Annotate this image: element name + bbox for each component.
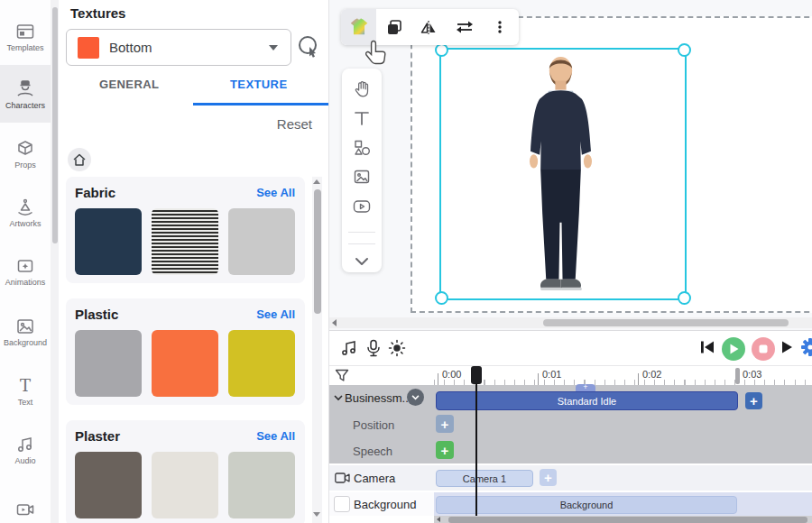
scroll-down-icon[interactable] [313, 512, 320, 517]
add-animation-button[interactable]: + [745, 392, 762, 409]
tools-collapse-button[interactable] [342, 250, 382, 272]
selection-handle-bl[interactable] [435, 291, 448, 305]
sidebar-item-label: Background [4, 339, 47, 347]
mic-icon [364, 338, 383, 358]
texture-swatch-fabric-gray[interactable] [228, 208, 295, 275]
panel-scrollbar-thumb[interactable] [314, 189, 321, 314]
background-color-swatch[interactable] [334, 496, 350, 512]
music-button[interactable] [338, 337, 360, 359]
play-button[interactable] [722, 337, 745, 361]
image-tool-button[interactable] [342, 162, 382, 192]
image-icon [353, 168, 371, 186]
target-pick-icon[interactable] [295, 33, 322, 64]
play-icon [729, 344, 739, 354]
sidebar-item-video[interactable] [0, 482, 51, 523]
reset-button[interactable]: Reset [277, 116, 312, 132]
selection-box[interactable] [439, 48, 687, 300]
track-label-speech[interactable]: Speech [353, 445, 392, 458]
texture-swatch-plaster-dark[interactable] [75, 452, 142, 518]
sidebar-item-audio[interactable]: Audio [0, 422, 51, 478]
stop-button[interactable] [752, 337, 775, 361]
selection-handle-br[interactable] [678, 291, 691, 305]
add-camera-button[interactable]: + [540, 469, 557, 486]
settings-gear-icon [800, 337, 812, 357]
tab-general[interactable]: GENERAL [99, 78, 159, 91]
character-badge[interactable] [407, 389, 424, 406]
chevron-down-icon[interactable] [334, 395, 343, 401]
flip-button[interactable] [411, 9, 447, 45]
sidebar-item-characters[interactable]: Characters [0, 65, 51, 123]
sidebar-item-props[interactable]: Props [0, 126, 51, 182]
shapes-tool-button[interactable] [342, 133, 382, 162]
texture-swatch-fabric-navy[interactable] [75, 208, 142, 275]
project-end-marker[interactable] [735, 368, 740, 384]
sidebar-item-animations[interactable]: Animations [0, 243, 51, 299]
video-tool-icon [352, 197, 372, 216]
section-plaster: Plaster See All [66, 420, 305, 523]
characters-icon [14, 78, 36, 99]
texture-tshirt-icon [347, 15, 371, 39]
skip-start-button[interactable] [699, 340, 715, 358]
sidebar-rail: Templates Characters Props Artworks Anim… [0, 0, 51, 523]
timeline-hscrollbar-thumb[interactable] [448, 517, 807, 523]
home-button[interactable] [68, 148, 91, 171]
text-tool-button[interactable] [342, 104, 382, 133]
animation-editor-app: Templates Characters Props Artworks Anim… [0, 0, 812, 523]
see-all-link[interactable]: See All [256, 307, 295, 321]
sidebar-item-label: Text [18, 399, 33, 407]
scroll-left-icon[interactable] [332, 319, 337, 326]
track-label-background[interactable]: Background [354, 498, 416, 511]
texture-swatch-plastic-orange[interactable] [152, 330, 218, 397]
sidebar-item-background[interactable]: Background [0, 304, 51, 360]
playhead-handle[interactable] [471, 366, 482, 384]
scroll-up-icon[interactable] [313, 179, 320, 184]
pan-tool-button[interactable] [342, 74, 382, 104]
ruler-second-tick [438, 373, 438, 385]
layers-icon [384, 17, 404, 37]
video-icon [15, 500, 35, 519]
timeline-ruler[interactable]: 0:00 0:01 0:02 0:03 [329, 365, 812, 387]
playhead-line[interactable] [475, 383, 477, 516]
tools-divider [348, 232, 375, 233]
sidebar-scrollbar-thumb[interactable] [52, 7, 58, 243]
scroll-left-icon[interactable] [437, 517, 440, 522]
add-segment-tab[interactable]: + [576, 384, 595, 391]
texture-swatch-plastic-yellow[interactable] [228, 330, 295, 397]
background-bar[interactable]: Background [436, 496, 737, 514]
texture-swatch-fabric-stripe[interactable] [152, 208, 218, 275]
selection-handle-tr[interactable] [678, 43, 691, 57]
selection-handle-tl[interactable] [435, 43, 448, 57]
tab-texture[interactable]: TEXTURE [230, 78, 287, 91]
swap-button[interactable] [447, 9, 482, 45]
add-position-button[interactable]: + [436, 415, 454, 433]
record-voice-button[interactable] [363, 337, 384, 359]
sidebar-item-text[interactable]: T Text [0, 363, 51, 419]
panel-title: Textures [70, 5, 125, 21]
texture-swatch-plaster-sage[interactable] [228, 452, 295, 518]
brightness-button[interactable] [386, 337, 408, 359]
track-label-camera[interactable]: Camera [354, 472, 395, 485]
sidebar-item-artworks[interactable]: Artworks [0, 185, 51, 241]
more-options-button[interactable] [482, 9, 517, 45]
tools-divider [348, 243, 375, 244]
swap-icon [454, 16, 475, 38]
track-label-position[interactable]: Position [353, 418, 394, 432]
sidebar-item-templates[interactable]: Templates [0, 9, 51, 65]
texture-swatch-plaster-white[interactable] [152, 452, 218, 518]
track-label-businessman[interactable]: Businessm... [345, 391, 411, 405]
filter-funnel-icon[interactable] [335, 369, 349, 386]
video-tool-button[interactable] [342, 192, 382, 222]
camera-bar[interactable]: Camera 1 [436, 470, 533, 487]
part-dropdown[interactable]: Bottom [66, 29, 291, 66]
texture-swatch-plastic-gray[interactable] [75, 330, 142, 397]
see-all-link[interactable]: See All [256, 186, 295, 199]
see-all-link[interactable]: See All [256, 429, 295, 443]
animation-bar[interactable]: Standard Idle [436, 391, 738, 410]
background-icon [15, 317, 35, 336]
skip-end-button[interactable] [781, 340, 794, 358]
render-settings-button[interactable] [800, 337, 812, 361]
svg-text:T: T [20, 376, 31, 395]
add-speech-button[interactable]: + [436, 441, 454, 459]
text-tool-icon [353, 109, 371, 127]
canvas-hscrollbar-thumb[interactable] [543, 319, 789, 326]
